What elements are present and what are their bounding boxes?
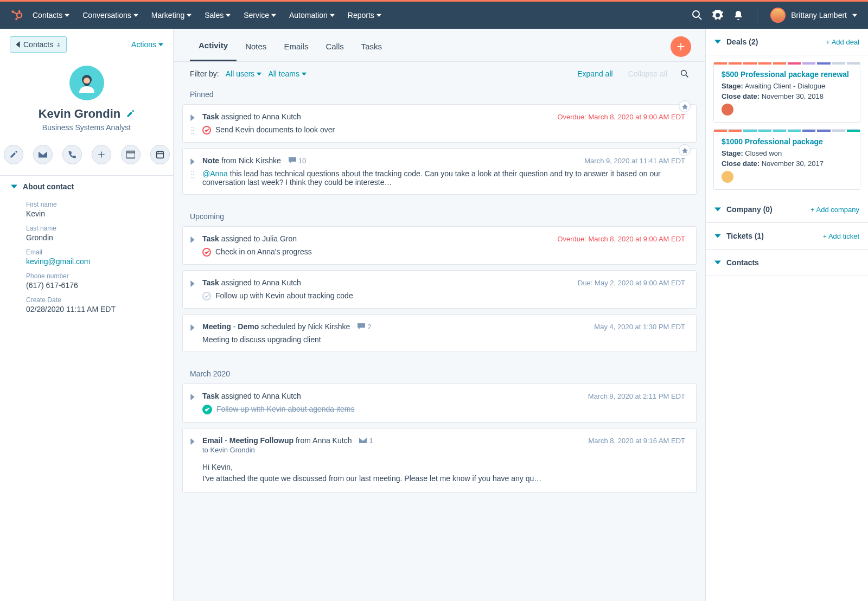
about-section-header[interactable]: About contact xyxy=(0,176,173,197)
field-label: First name xyxy=(26,201,162,208)
add-deal[interactable]: + Add deal xyxy=(826,38,859,46)
search-icon[interactable] xyxy=(680,69,689,78)
deal-stage: Stage: Awaiting Client - Dialogue xyxy=(722,82,852,90)
section-upcoming: Upcoming xyxy=(174,208,705,226)
bell-icon[interactable] xyxy=(733,10,744,21)
deal-close-date: Close date: November 30, 2017 xyxy=(722,159,852,168)
back-button[interactable]: Contacts xyxy=(10,36,67,53)
add-activity-button[interactable] xyxy=(671,36,691,57)
contact-field[interactable]: First nameKevin xyxy=(0,197,173,221)
gear-icon[interactable] xyxy=(712,10,723,21)
panel-header[interactable]: Company (0) + Add company xyxy=(706,196,868,223)
actions-dropdown[interactable]: Actions xyxy=(131,40,163,49)
chevron-right-icon[interactable] xyxy=(189,324,196,331)
contact-field[interactable]: Phone number(617) 617-6176 xyxy=(0,269,173,293)
nav-sales[interactable]: Sales xyxy=(205,11,231,20)
nav-marketing[interactable]: Marketing xyxy=(151,11,192,20)
chevron-right-icon[interactable] xyxy=(189,114,196,121)
panel-add[interactable]: + Add ticket xyxy=(822,232,859,240)
contact-field[interactable]: Create Date02/28/2020 11:11 AM EDT xyxy=(0,293,173,317)
card-title: Task assigned to Julia Gron xyxy=(202,234,297,243)
tab-emails[interactable]: Emails xyxy=(275,30,317,61)
panel-header[interactable]: Tickets (1) + Add ticket xyxy=(706,223,868,250)
email-button[interactable] xyxy=(33,145,53,164)
tab-tasks[interactable]: Tasks xyxy=(353,30,391,61)
calendar-button[interactable] xyxy=(150,145,170,164)
plus-icon xyxy=(676,42,686,52)
window-button[interactable] xyxy=(121,145,141,164)
chevron-right-icon[interactable] xyxy=(189,158,196,165)
expand-all[interactable]: Expand all xyxy=(577,69,612,78)
field-value: keving@gmail.com xyxy=(26,257,162,266)
edit-icon[interactable] xyxy=(126,110,135,118)
task-checkbox[interactable] xyxy=(202,292,211,300)
task-checkbox[interactable] xyxy=(202,248,211,257)
contact-avatar[interactable] xyxy=(69,66,104,100)
task-checkbox-done[interactable] xyxy=(202,405,212,414)
contact-field[interactable]: Emailkeving@gmail.com xyxy=(0,245,173,269)
comment-count[interactable]: 2 xyxy=(358,323,371,331)
activity-card[interactable]: Email - Meeting Followup from Anna Kutch… xyxy=(182,428,697,493)
top-nav: Contacts Conversations Marketing Sales S… xyxy=(0,2,868,29)
pin-button[interactable] xyxy=(679,100,691,112)
nav-service[interactable]: Service xyxy=(244,11,276,20)
back-label: Contacts xyxy=(23,40,53,49)
filter-teams[interactable]: All teams xyxy=(268,69,307,78)
field-value: 02/28/2020 11:11 AM EDT xyxy=(26,305,162,314)
activity-card[interactable]: Task assigned to Julia GronOverdue: Marc… xyxy=(182,226,697,265)
contact-title: Business Systems Analyst xyxy=(11,123,162,132)
panel-add[interactable]: + Add company xyxy=(810,206,859,214)
card-timestamp: Due: May 2, 2020 at 9:00 AM EDT xyxy=(578,279,685,287)
card-title: Note from Nick Kirshke xyxy=(202,156,281,165)
tab-activity[interactable]: Activity xyxy=(190,29,237,61)
deal-owner-avatar[interactable] xyxy=(722,104,733,116)
filter-users[interactable]: All users xyxy=(226,69,262,78)
add-button[interactable] xyxy=(92,145,111,164)
deal-owner-avatar[interactable] xyxy=(722,171,733,183)
activity-card[interactable]: Task assigned to Anna KutchMarch 9, 2020… xyxy=(182,383,697,423)
deal-card[interactable]: $500 Professional package renewal Stage:… xyxy=(713,62,860,123)
nav-conversations[interactable]: Conversations xyxy=(82,11,138,20)
nav-items: Contacts Conversations Marketing Sales S… xyxy=(33,11,692,20)
tab-calls[interactable]: Calls xyxy=(317,30,352,61)
activity-card[interactable]: Task assigned to Anna KutchDue: May 2, 2… xyxy=(182,270,697,309)
drag-handle-icon[interactable] xyxy=(190,170,195,179)
activity-card[interactable]: Meeting - Demo scheduled by Nick Kirshke… xyxy=(182,314,697,352)
right-panel: Deals (2) + Add deal $500 Professional p… xyxy=(705,29,868,601)
nav-contacts[interactable]: Contacts xyxy=(33,11,69,20)
contact-field[interactable]: Last nameGrondin xyxy=(0,221,173,245)
task-checkbox[interactable] xyxy=(202,126,211,135)
search-icon[interactable] xyxy=(692,10,703,21)
nav-divider xyxy=(757,7,757,23)
deal-name[interactable]: $1000 Professional package xyxy=(722,137,852,146)
chevron-down-icon xyxy=(158,42,163,47)
nav-automation[interactable]: Automation xyxy=(289,11,335,20)
comment-count[interactable]: 10 xyxy=(289,157,306,165)
deal-name[interactable]: $500 Professional package renewal xyxy=(722,70,852,79)
field-value: Kevin xyxy=(26,209,162,218)
activity-card[interactable]: Task assigned to Anna KutchOverdue: Marc… xyxy=(182,104,697,143)
chevron-right-icon[interactable] xyxy=(189,280,196,287)
hubspot-logo-icon[interactable] xyxy=(11,9,23,21)
chevron-right-icon[interactable] xyxy=(189,236,196,243)
chevron-down-icon xyxy=(714,233,721,239)
deal-card[interactable]: $1000 Professional package Stage: Closed… xyxy=(713,129,860,190)
panel-header[interactable]: Contacts xyxy=(706,250,868,276)
note-button[interactable] xyxy=(4,145,23,164)
deals-panel-header[interactable]: Deals (2) + Add deal xyxy=(706,29,868,55)
chevron-right-icon[interactable] xyxy=(189,438,196,445)
card-title: Task assigned to Anna Kutch xyxy=(202,112,301,121)
activity-card[interactable]: Note from Nick Kirshke10March 9, 2020 at… xyxy=(182,148,697,195)
nav-reports[interactable]: Reports xyxy=(348,11,381,20)
drag-handle-icon[interactable] xyxy=(190,126,195,135)
call-button[interactable] xyxy=(62,145,82,164)
chevron-right-icon[interactable] xyxy=(189,394,196,400)
card-title: Email - Meeting Followup from Anna Kutch xyxy=(202,436,352,445)
pin-button[interactable] xyxy=(679,144,691,156)
card-timestamp: Overdue: March 8, 2020 at 9:00 AM EDT xyxy=(557,235,685,243)
tab-notes[interactable]: Notes xyxy=(237,30,275,61)
card-body: Follow up with Kevin about tracking code xyxy=(202,291,685,300)
deal-stage-stripe xyxy=(714,62,860,65)
user-menu[interactable]: Brittany Lambert xyxy=(770,8,857,23)
chevron-left-icon xyxy=(16,41,20,48)
